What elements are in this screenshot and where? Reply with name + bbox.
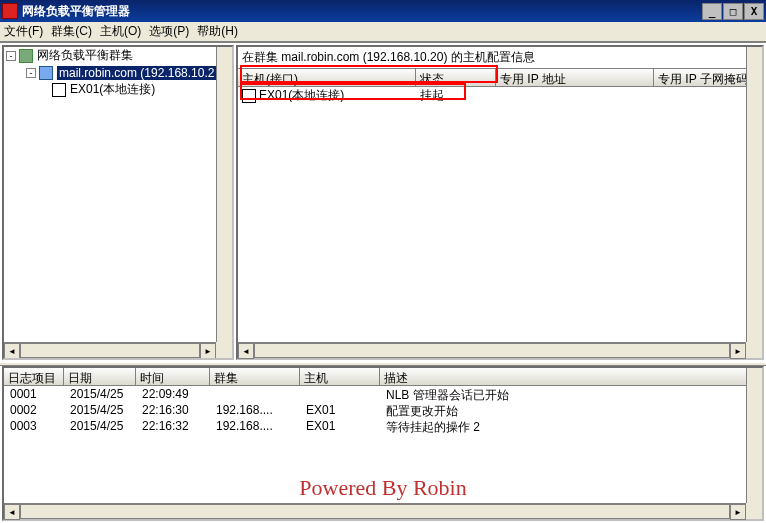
log-col-time[interactable]: 时间 xyxy=(136,368,210,386)
scroll-thumb[interactable] xyxy=(254,343,730,358)
log-header: 日志项目 日期 时间 群集 主机 描述 xyxy=(4,368,762,386)
log-time: 22:16:30 xyxy=(138,402,212,418)
log-h-scrollbar[interactable]: ◄ ► xyxy=(4,503,746,519)
menubar: 文件(F) 群集(C) 主机(O) 选项(P) 帮助(H) xyxy=(0,22,766,42)
right-panel: 在群集 mail.robin.com (192.168.10.20) 的主机配置… xyxy=(236,45,764,360)
log-time: 22:16:32 xyxy=(138,418,212,434)
menu-file[interactable]: 文件(F) xyxy=(4,23,43,40)
log-cluster: 192.168.... xyxy=(212,402,302,418)
log-v-scrollbar[interactable] xyxy=(746,368,762,503)
log-col-item[interactable]: 日志项目 xyxy=(4,368,64,386)
right-v-scrollbar[interactable] xyxy=(746,47,762,342)
log-item: 0003 xyxy=(6,418,66,434)
scroll-corner xyxy=(746,503,762,519)
log-col-host[interactable]: 主机 xyxy=(300,368,380,386)
minimize-button[interactable]: _ xyxy=(702,3,722,20)
log-host: EX01 xyxy=(302,418,382,434)
cell-ip xyxy=(496,87,654,104)
col-ip[interactable]: 专用 IP 地址 xyxy=(496,69,654,87)
log-cluster xyxy=(212,386,302,402)
cell-host-text: EX01(本地连接) xyxy=(259,87,344,104)
log-panel: 日志项目 日期 时间 群集 主机 描述 0001 2015/4/25 22:09… xyxy=(2,366,764,521)
scroll-thumb[interactable] xyxy=(747,368,762,503)
menu-cluster[interactable]: 群集(C) xyxy=(51,23,92,40)
right-h-scrollbar[interactable]: ◄ ► xyxy=(238,342,746,358)
watermark-text: Powered By Robin xyxy=(4,475,762,501)
scroll-thumb[interactable] xyxy=(20,504,730,519)
scroll-left-icon[interactable]: ◄ xyxy=(238,343,254,359)
tree-cluster-label: mail.robin.com (192.168.10.2 xyxy=(57,66,216,80)
tree-root-label: 网络负载平衡群集 xyxy=(37,47,133,64)
host-icon xyxy=(242,89,256,103)
tree-h-scrollbar[interactable]: ◄ ► xyxy=(4,342,216,358)
menu-help[interactable]: 帮助(H) xyxy=(197,23,238,40)
expander-icon[interactable]: - xyxy=(6,51,16,61)
log-row[interactable]: 0001 2015/4/25 22:09:49 NLB 管理器会话已开始 xyxy=(4,386,762,402)
log-time: 22:09:49 xyxy=(138,386,212,402)
window-title: 网络负载平衡管理器 xyxy=(22,3,702,20)
scroll-left-icon[interactable]: ◄ xyxy=(4,343,20,359)
right-panel-title: 在群集 mail.robin.com (192.168.10.20) 的主机配置… xyxy=(238,47,762,69)
scroll-corner xyxy=(216,342,232,358)
log-desc: 等待挂起的操作 2 xyxy=(382,418,762,434)
log-host xyxy=(302,386,382,402)
log-date: 2015/4/25 xyxy=(66,402,138,418)
scroll-thumb[interactable] xyxy=(20,343,200,358)
scroll-right-icon[interactable]: ► xyxy=(200,343,216,359)
clusters-icon xyxy=(19,49,33,63)
host-table-header: 主机(接口) 状态 专用 IP 地址 专用 IP 子网掩码 xyxy=(238,69,762,87)
tree-panel: - 网络负载平衡群集 - mail.robin.com (192.168.10.… xyxy=(2,45,234,360)
log-desc: NLB 管理器会话已开始 xyxy=(382,386,762,402)
scroll-right-icon[interactable]: ► xyxy=(730,504,746,520)
expander-icon[interactable]: - xyxy=(26,68,36,78)
main-area: - 网络负载平衡群集 - mail.robin.com (192.168.10.… xyxy=(0,42,766,362)
maximize-button[interactable]: □ xyxy=(723,3,743,20)
tree-cluster-row[interactable]: - mail.robin.com (192.168.10.2 xyxy=(4,64,232,81)
log-item: 0001 xyxy=(6,386,66,402)
log-item: 0002 xyxy=(6,402,66,418)
cell-status: 挂起 xyxy=(416,87,496,104)
scroll-right-icon[interactable]: ► xyxy=(730,343,746,359)
host-icon xyxy=(52,83,66,97)
menu-options[interactable]: 选项(P) xyxy=(149,23,189,40)
cell-host: EX01(本地连接) xyxy=(238,87,416,104)
log-cluster: 192.168.... xyxy=(212,418,302,434)
close-button[interactable]: X xyxy=(744,3,764,20)
tree-v-scrollbar[interactable] xyxy=(216,47,232,342)
scroll-corner xyxy=(746,342,762,358)
titlebar: 网络负载平衡管理器 _ □ X xyxy=(0,0,766,22)
log-host: EX01 xyxy=(302,402,382,418)
log-date: 2015/4/25 xyxy=(66,386,138,402)
log-date: 2015/4/25 xyxy=(66,418,138,434)
log-row[interactable]: 0002 2015/4/25 22:16:30 192.168.... EX01… xyxy=(4,402,762,418)
scroll-left-icon[interactable]: ◄ xyxy=(4,504,20,520)
tree-host-label: EX01(本地连接) xyxy=(70,81,155,98)
log-row[interactable]: 0003 2015/4/25 22:16:32 192.168.... EX01… xyxy=(4,418,762,434)
log-col-cluster[interactable]: 群集 xyxy=(210,368,300,386)
col-status[interactable]: 状态 xyxy=(416,69,496,87)
table-row[interactable]: EX01(本地连接) 挂起 xyxy=(238,87,762,104)
tree-host-row[interactable]: EX01(本地连接) xyxy=(4,81,232,98)
app-icon xyxy=(2,3,18,19)
scroll-thumb[interactable] xyxy=(747,47,762,342)
scroll-thumb[interactable] xyxy=(217,47,232,342)
log-col-desc[interactable]: 描述 xyxy=(380,368,762,386)
menu-host[interactable]: 主机(O) xyxy=(100,23,141,40)
log-desc: 配置更改开始 xyxy=(382,402,762,418)
cluster-icon xyxy=(39,66,53,80)
tree-root-row[interactable]: - 网络负载平衡群集 xyxy=(4,47,232,64)
log-col-date[interactable]: 日期 xyxy=(64,368,136,386)
col-host[interactable]: 主机(接口) xyxy=(238,69,416,87)
